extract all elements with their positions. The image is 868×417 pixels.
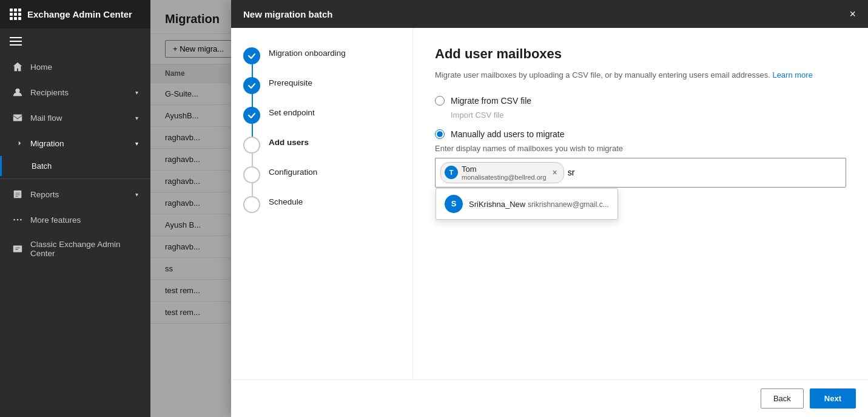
chevron-down-icon-2: ▾ xyxy=(135,115,138,121)
import-csv-hint: Import CSV file xyxy=(451,110,846,120)
sidebar-item-home[interactable]: Home xyxy=(0,54,150,80)
svg-rect-9 xyxy=(13,246,22,253)
tag-info-tom: Tom monalisatesting@bellred.org xyxy=(462,164,547,181)
csv-option[interactable]: Migrate from CSV file xyxy=(435,96,846,106)
wizard-step-3: Set endpoint xyxy=(243,106,400,135)
modal-footer: Back Next xyxy=(231,379,868,417)
svg-rect-1 xyxy=(13,115,22,121)
step-circle-1 xyxy=(243,47,260,64)
step-label-3: Set endpoint xyxy=(269,106,315,135)
sidebar-item-recipients[interactable]: Recipients ▾ xyxy=(0,80,150,105)
content-heading: Add user mailboxes xyxy=(435,46,846,62)
step-label-5: Configuration xyxy=(269,165,317,195)
sidebar-item-more[interactable]: More features xyxy=(0,207,150,232)
content-subtitle: Migrate user mailboxes by uploading a CS… xyxy=(435,69,846,81)
mailbox-text-input[interactable] xyxy=(568,168,841,177)
svg-point-0 xyxy=(15,89,19,93)
autocomplete-item[interactable]: S SriKrishna_New srikrishnanew@gmail.c..… xyxy=(436,189,617,219)
reports-icon xyxy=(12,189,23,200)
manual-option[interactable]: Manually add users to migrate xyxy=(435,129,846,139)
modal-header: New migration batch × xyxy=(231,0,868,28)
modal-dialog: New migration batch × Migration onboardi… xyxy=(231,0,868,417)
modal-body: Migration onboarding Prerequisite Set en… xyxy=(231,28,868,379)
manual-radio[interactable] xyxy=(435,129,445,139)
step-label-4: Add users xyxy=(269,135,309,165)
mailbox-input-label: Enter display names of mailboxes you wis… xyxy=(435,144,846,153)
sidebar-label-home: Home xyxy=(30,63,52,72)
recipients-icon xyxy=(12,87,23,98)
more-icon xyxy=(12,214,23,225)
autocomplete-info: SriKrishna_New srikrishnanew@gmail.c... xyxy=(469,199,609,209)
chevron-down-icon-3: ▾ xyxy=(135,140,138,147)
nav-divider xyxy=(0,178,150,179)
tag-tom: T Tom monalisatesting@bellred.org × xyxy=(440,162,564,183)
autocomplete-avatar: S xyxy=(445,195,463,213)
sidebar-item-classic[interactable]: Classic Exchange Admin Center xyxy=(0,232,150,265)
wizard-step-5: Configuration xyxy=(243,165,400,195)
step-circle-3 xyxy=(243,107,260,124)
sidebar-label-reports: Reports xyxy=(30,190,59,199)
sidebar-item-mailflow[interactable]: Mail flow ▾ xyxy=(0,105,150,131)
menu-toggle[interactable] xyxy=(0,29,150,54)
sidebar-label-more: More features xyxy=(30,215,81,225)
home-icon xyxy=(12,61,23,72)
back-button[interactable]: Back xyxy=(761,388,804,409)
wizard-steps: Migration onboarding Prerequisite Set en… xyxy=(231,28,413,379)
sidebar-label-mailflow: Mail flow xyxy=(30,114,62,123)
app-header: Exchange Admin Center xyxy=(0,0,150,29)
sidebar-nav: Home Recipients ▾ Mail flow ▾ Migration … xyxy=(0,54,150,417)
sidebar-item-migration[interactable]: Migration ▾ xyxy=(0,131,150,156)
step-circle-5 xyxy=(243,166,260,183)
svg-rect-2 xyxy=(14,191,22,198)
wizard-step-4: Add users xyxy=(243,135,400,165)
svg-point-7 xyxy=(17,219,19,221)
step-label-1: Migration onboarding xyxy=(269,46,346,76)
modal-title: New migration batch xyxy=(243,9,333,19)
chevron-down-icon-4: ▾ xyxy=(135,191,138,198)
checkmark-icon xyxy=(247,52,256,60)
migration-icon xyxy=(12,138,23,149)
svg-point-6 xyxy=(13,219,15,221)
tag-avatar-tom: T xyxy=(445,166,458,179)
manual-option-label: Manually add users to migrate xyxy=(451,129,565,139)
sidebar-item-reports[interactable]: Reports ▾ xyxy=(0,181,150,207)
step-circle-6 xyxy=(243,196,260,213)
wizard-step-6: Schedule xyxy=(243,195,400,225)
autocomplete-dropdown: S SriKrishna_New srikrishnanew@gmail.c..… xyxy=(436,188,618,220)
step-label-2: Prerequisite xyxy=(269,76,312,106)
sidebar-label-classic: Classic Exchange Admin Center xyxy=(30,240,138,258)
classic-icon xyxy=(12,243,23,254)
sidebar: Exchange Admin Center Home Recipients ▾ … xyxy=(0,0,150,417)
app-title: Exchange Admin Center xyxy=(27,9,132,19)
mailflow-icon xyxy=(12,112,23,123)
sidebar-item-batch[interactable]: Batch xyxy=(0,156,150,176)
csv-radio[interactable] xyxy=(435,96,445,106)
modal-close-button[interactable]: × xyxy=(849,8,856,19)
checkmark-icon-2 xyxy=(247,81,256,90)
sidebar-label-migration: Migration xyxy=(30,139,64,148)
sidebar-label-recipients: Recipients xyxy=(30,88,69,97)
wizard-step-2: Prerequisite xyxy=(243,76,400,106)
app-grid-icon xyxy=(10,8,21,20)
step-circle-4 xyxy=(243,137,260,154)
next-button[interactable]: Next xyxy=(810,388,856,409)
chevron-down-icon: ▾ xyxy=(135,89,138,96)
batch-label: Batch xyxy=(32,161,52,171)
csv-option-label: Migrate from CSV file xyxy=(451,96,531,106)
step-label-6: Schedule xyxy=(269,195,303,225)
mailbox-input-box: T Tom monalisatesting@bellred.org × S xyxy=(435,158,846,188)
wizard-step-1: Migration onboarding xyxy=(243,46,400,76)
wizard-content: Add user mailboxes Migrate user mailboxe… xyxy=(413,28,868,379)
step-circle-2 xyxy=(243,77,260,94)
svg-point-8 xyxy=(20,219,22,221)
tag-close-button[interactable]: × xyxy=(553,168,557,177)
checkmark-icon-3 xyxy=(247,111,256,120)
learn-more-link[interactable]: Learn more xyxy=(772,70,812,80)
